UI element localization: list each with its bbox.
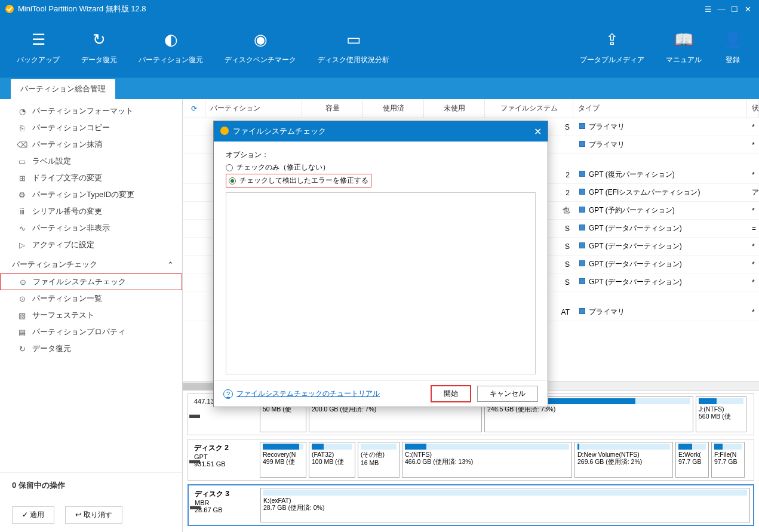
disk-map[interactable]: ディスク 3MBR28.67 GB▬K:(exFAT)28.7 GB (使用済:… — [188, 484, 754, 526]
cell-status: * — [747, 207, 759, 215]
disk-volume[interactable]: E:Work(97.7 GB — [675, 442, 709, 478]
cell-status: * — [747, 171, 759, 179]
disk-usage-icon: ▭ — [346, 31, 361, 49]
sidebar-group-header[interactable]: パーティションチェック⌃ — [0, 253, 182, 273]
sidebar-item[interactable]: ▧サーフェステスト — [0, 307, 182, 324]
radio-check-and-fix[interactable]: チェックして検出したエラーを修正する — [226, 174, 371, 187]
tab-partition-mgmt[interactable]: パーティション総合管理 — [11, 79, 115, 99]
cell-fs: S — [551, 278, 574, 287]
tutorial-link[interactable]: ?ファイルシステムチェックのチュートリアル — [223, 389, 380, 399]
tool-label: ブータブルメディア — [580, 55, 644, 65]
apply-button[interactable]: ✓ 適用 — [12, 506, 54, 524]
dialog-title: ファイルシステムチェック — [233, 126, 326, 137]
sidebar-item[interactable]: ↻データ復元 — [0, 340, 182, 357]
sidebar-item[interactable]: ⚙パーティションTypeIDの変更 — [0, 186, 182, 203]
bootable-media-icon: ⇪ — [606, 31, 619, 49]
disk-volume[interactable]: Recovery(N499 MB (使 — [260, 442, 306, 478]
tool-manual[interactable]: 📖マニュアル — [655, 27, 712, 69]
radio-check-only[interactable]: チェックのみ（修正しない） — [226, 161, 536, 174]
sidebar-item-label: データ復元 — [32, 343, 71, 354]
undo-button[interactable]: ↩ 取り消す — [65, 506, 122, 524]
tool-label: バックアップ — [17, 55, 60, 65]
sidebar-item-label: アクティブに設定 — [32, 239, 94, 250]
col-fs[interactable]: ファイルシステム — [485, 99, 573, 118]
radio-check-and-fix-label: チェックして検出したエラーを修正する — [239, 176, 368, 186]
disk-volume[interactable]: F:File(N97.7 GB — [711, 442, 745, 478]
disk-volume[interactable]: D:New Volume(NTFS)269.6 GB (使用済: 2%) — [574, 442, 673, 478]
sidebar-item-icon: ⚙ — [17, 190, 27, 199]
disk-volume[interactable]: K:(exFAT)28.7 GB (使用済: 0%) — [260, 488, 750, 522]
disk-volume[interactable]: (FAT32)100 MB (使 — [309, 442, 355, 478]
disk-volume[interactable]: (その他)16 MB — [358, 442, 400, 478]
tool-bootable-media[interactable]: ⇪ブータブルメディア — [569, 27, 655, 69]
tool-data-recovery[interactable]: ↻データ復元 — [70, 27, 128, 69]
cell-status: * — [747, 278, 759, 287]
dialog-icon — [220, 126, 229, 137]
pending-ops: 0 保留中の操作 — [0, 472, 182, 498]
cell-type: GPT (データパーティション) — [574, 259, 747, 269]
sidebar-item-label: シリアル番号の変更 — [32, 206, 102, 217]
col-status[interactable]: 状 — [747, 99, 759, 118]
disk-volume[interactable]: J:(NTFS)560 MB (使 — [696, 396, 746, 432]
col-partition[interactable]: パーティション — [205, 99, 302, 118]
sidebar-item[interactable]: ⊙パーティション一覧 — [0, 290, 182, 307]
disk-volume[interactable]: C:(NTFS)466.0 GB (使用済: 13%) — [402, 442, 572, 478]
close-button[interactable]: ✕ — [741, 5, 754, 14]
sidebar-item-label: ラベル設定 — [32, 156, 71, 167]
sidebar-item[interactable]: ▤パーティションプロパティ — [0, 324, 182, 340]
start-button[interactable]: 開始 — [431, 385, 471, 402]
filesystem-check-dialog: ファイルシステムチェック ✕ オプション： チェックのみ（修正しない） チェック… — [213, 121, 548, 407]
cell-status: * — [747, 141, 759, 149]
sidebar-item-label: パーティション非表示 — [32, 223, 110, 233]
disk-icon: ▬ — [189, 454, 200, 466]
sidebar-list: ◔パーティションフォーマット⎘パーティションコピー⌫パーティション抹消▭ラベル設… — [0, 99, 182, 472]
cell-status: * — [747, 308, 759, 316]
cell-status: = — [747, 225, 759, 233]
sidebar-item-icon: ⎘ — [17, 124, 27, 133]
sidebar-item-label: パーティション一覧 — [32, 293, 102, 304]
disk-header: ディスク 2GPT931.51 GB▬ — [190, 442, 257, 478]
sidebar-item[interactable]: ▷アクティブに設定 — [0, 236, 182, 253]
tool-label: 登録 — [726, 55, 740, 65]
sidebar-item[interactable]: ⅲシリアル番号の変更 — [0, 203, 182, 220]
col-free[interactable]: 未使用 — [424, 99, 485, 118]
refresh-icon[interactable]: ⟳ — [183, 99, 205, 118]
maximize-button[interactable]: ☐ — [728, 5, 741, 14]
tool-partition-recovery[interactable]: ◐パーティション復元 — [128, 27, 214, 69]
partition-recovery-icon: ◐ — [164, 31, 178, 49]
sidebar-item[interactable]: ▭ラベル設定 — [0, 153, 182, 170]
cell-status: ア — [747, 187, 759, 198]
sidebar-item-icon: ◔ — [17, 107, 27, 116]
tool-label: ディスク使用状況分析 — [318, 55, 389, 65]
cell-type: GPT (データパーティション) — [574, 277, 747, 287]
col-capacity[interactable]: 容量 — [302, 99, 363, 118]
cancel-button[interactable]: キャンセル — [477, 386, 538, 402]
sidebar-item[interactable]: ◔パーティションフォーマット — [0, 103, 182, 119]
svg-point-1 — [220, 127, 229, 135]
sidebar-item[interactable]: ⌫パーティション抹消 — [0, 136, 182, 153]
col-type[interactable]: タイプ — [573, 99, 747, 118]
sidebar-item[interactable]: ∿パーティション非表示 — [0, 220, 182, 236]
disk-benchmark-icon: ◉ — [254, 31, 268, 49]
tool-disk-usage[interactable]: ▭ディスク使用状況分析 — [307, 27, 400, 69]
tab-row: パーティション総合管理 — [0, 78, 759, 99]
tool-label: ディスクベンチマーク — [225, 55, 296, 65]
minimize-button[interactable]: — — [715, 5, 728, 14]
sidebar-item[interactable]: ⊙ファイルシステムチェック — [0, 273, 182, 290]
cell-type: GPT (復元パーティション) — [574, 170, 747, 180]
tool-disk-benchmark[interactable]: ◉ディスクベンチマーク — [214, 27, 307, 69]
dialog-close-icon[interactable]: ✕ — [534, 126, 542, 137]
tool-register[interactable]: 👤登録 — [712, 27, 753, 69]
tool-backup[interactable]: ☰バックアップ — [6, 27, 70, 69]
sidebar-item[interactable]: ⎘パーティションコピー — [0, 119, 182, 136]
col-used[interactable]: 使用済 — [363, 99, 424, 118]
tool-label: データ復元 — [81, 55, 117, 65]
sidebar-item[interactable]: ⊞ドライブ文字の変更 — [0, 170, 182, 186]
menu-icon[interactable]: ☰ — [702, 5, 715, 14]
disk-map[interactable]: ディスク 2GPT931.51 GB▬Recovery(N499 MB (使(F… — [188, 439, 754, 481]
radio-check-only-label: チェックのみ（修正しない） — [236, 162, 330, 173]
options-label: オプション： — [226, 150, 536, 160]
cell-fs: 2 — [551, 171, 574, 179]
titlebar: MiniTool Partition Wizard 無料版 12.8 ☰ — ☐… — [0, 0, 759, 18]
cell-fs: S — [551, 225, 574, 233]
